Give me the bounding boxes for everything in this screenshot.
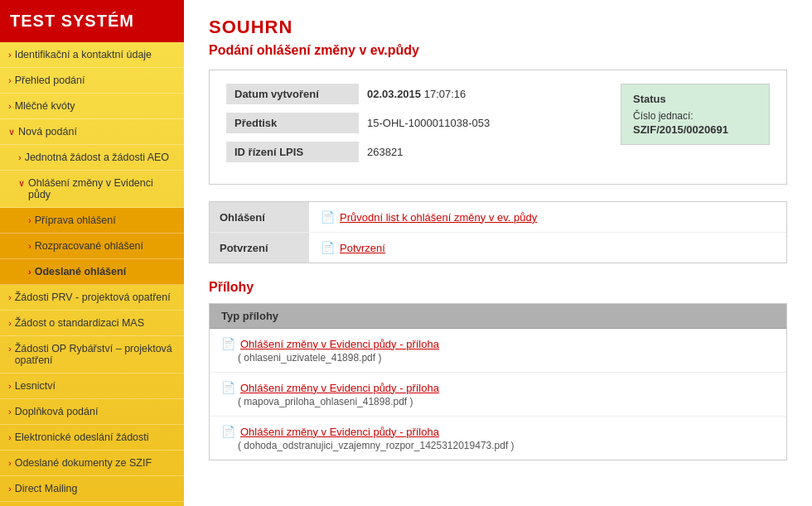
sidebar-item-label: Direct Mailing [15,483,78,494]
chevron-right-icon: › [8,318,12,328]
attachment-item: 📄 Ohlášení změny v Evidenci půdy - přílo… [210,417,786,460]
ohlaseni-label: Ohlášení [210,202,309,232]
cislo-jednaci-value: SZIF/2015/0020691 [633,123,757,136]
datum-row: Datum vytvoření 02.03.2015 17:07:16 [226,84,587,104]
sidebar-item-label: Jednotná žádost a žádosti AEO [25,152,169,163]
sidebar-item-label: Lesnictví [15,380,56,392]
attachments-header: Typ přílohy [210,304,786,329]
id-rizeni-value: 263821 [359,142,411,162]
sidebar-item-zadosti-op-rybarstvi[interactable]: › Žádosti OP Rybářství – projektová opat… [0,336,184,373]
sidebar-item-direct-mailing[interactable]: › Direct Mailing [0,476,184,502]
attachment-filename-1: ( mapova_priloha_ohlaseni_41898.pdf ) [221,396,775,407]
attachment-link-1: 📄 Ohlášení změny v Evidenci půdy - přílo… [221,381,775,394]
chevron-right-icon: › [8,50,12,60]
potvrzeni-label: Potvrzení [210,233,309,263]
potvrzeni-link[interactable]: Potvrzení [340,242,385,254]
attachment-item: 📄 Ohlášení změny v Evidenci půdy - přílo… [210,373,786,417]
ohlaseni-row: Ohlášení 📄 Průvodní list k ohlášení změn… [210,202,786,233]
pdf-icon: 📄 [221,425,235,438]
chevron-down-icon: ∨ [8,127,15,137]
sidebar-item-label: Ohlášení změny v Evidenci půdy [28,177,174,200]
attachment-link-0-text[interactable]: Ohlášení změny v Evidenci půdy - příloha [240,338,439,350]
sidebar-item-identifikacni[interactable]: › Identifikační a kontaktní údaje [0,42,184,68]
sidebar-item-label: Rozpracované ohlášení [35,240,143,252]
potvrzeni-row: Potvrzení 📄 Potvrzení [210,233,786,263]
status-title: Status [633,93,757,105]
sidebar-item-odeslane-ohlaseni[interactable]: › Odeslané ohlášení [0,259,184,285]
chevron-right-icon: › [8,101,12,111]
predtisk-row: Předtisk 15-OHL-1000011038-053 [226,113,587,133]
sidebar-header: TEST SYSTÉM [0,0,184,42]
sidebar-item-label: Odeslané dokumenty ze SZIF [15,457,152,469]
ohlaseni-link[interactable]: Průvodní list k ohlášení změny v ev. půd… [340,211,537,224]
main-content: SOUHRN Podání ohlášení změny v ev.půdy D… [184,0,812,506]
sidebar-item-mlecne-kvoty[interactable]: › Mléčné kvóty [0,94,184,119]
attachments-title: Přílohy [209,280,787,295]
attachment-filename-0: ( ohlaseni_uzivatele_41898.pdf ) [221,352,775,364]
status-box: Status Číslo jednací: SZIF/2015/0020691 [621,84,770,145]
chevron-right-icon: › [8,75,12,85]
datum-value: 02.03.2015 17:07:16 [359,84,474,104]
cislo-jednaci-label: Číslo jednací: [633,110,757,122]
sidebar-item-label: Žádosti PRV - projektová opatření [15,292,171,303]
sidebar-item-zadosti-prv[interactable]: › Žádosti PRV - projektová opatření [0,285,184,311]
chevron-right-icon: › [8,292,12,302]
predtisk-value: 15-OHL-1000011038-053 [359,113,498,133]
sidebar-item-jednotna-zadost[interactable]: › Jednotná žádost a žádosti AEO [0,145,184,171]
sidebar-item-label: Příprava ohlášení [35,214,116,226]
sidebar-item-priprava-ohlaseni[interactable]: › Příprava ohlášení [0,208,184,234]
attachments-table: Typ přílohy 📄 Ohlášení změny v Evidenci … [209,303,787,460]
chevron-right-icon: › [8,484,12,494]
sidebar-item-ohlaseni-zmeny[interactable]: ∨ Ohlášení změny v Evidenci půdy [0,171,184,208]
sidebar-item-label: Elektronické odeslání žádosti [15,431,149,443]
pdf-icon: 📄 [221,337,235,350]
sidebar-item-label: Žádost o standardizaci MAS [15,317,144,329]
attachment-link-1-text[interactable]: Ohlášení změny v Evidenci půdy - příloha [240,382,439,394]
chevron-down-icon: ∨ [18,178,25,189]
sidebar: TEST SYSTÉM › Identifikační a kontaktní … [0,0,184,506]
sidebar-item-nova-podani[interactable]: ∨ Nová podání [0,119,184,145]
attachment-filename-2: ( dohoda_odstranujici_vzajemny_rozpor_14… [221,440,775,451]
chevron-right-icon: › [8,381,12,391]
attachment-link-2: 📄 Ohlášení změny v Evidenci půdy - přílo… [221,425,775,438]
sidebar-item-label: Odeslané ohlášení [35,266,126,277]
sidebar-item-elektronicke-odesilani[interactable]: › Elektronické odeslání žádosti [0,425,184,451]
sidebar-item-odeslane-dokumenty[interactable]: › Odeslané dokumenty ze SZIF [0,451,184,476]
sidebar-item-label: Identifikační a kontaktní údaje [15,49,152,60]
chevron-right-icon: › [28,215,31,225]
documents-section: Ohlášení 📄 Průvodní list k ohlášení změn… [209,201,787,263]
detail-card: Datum vytvoření 02.03.2015 17:07:16 Před… [209,70,787,185]
pdf-icon: 📄 [321,210,335,224]
chevron-right-icon: › [18,152,22,162]
sidebar-item-label: Mléčné kvóty [15,100,75,112]
chevron-right-icon: › [8,407,12,417]
sidebar-item-doplnkova-podani[interactable]: › Doplňková podání [0,399,184,425]
potvrzeni-link-cell: 📄 Potvrzení [309,233,397,263]
page-title: SOUHRN [209,17,787,38]
chevron-right-icon: › [28,241,31,251]
sidebar-item-zadost-standardizaci[interactable]: › Žádost o standardizaci MAS [0,311,184,336]
sidebar-item-label: Žádosti OP Rybářství – projektová opatře… [15,343,174,366]
chevron-right-icon: › [8,432,12,442]
attachment-link-0: 📄 Ohlášení změny v Evidenci půdy - přílo… [221,337,775,350]
attachment-link-2-text[interactable]: Ohlášení změny v Evidenci půdy - příloha [240,426,439,438]
datum-label: Datum vytvoření [226,84,359,104]
sidebar-item-label: Doplňková podání [15,406,99,417]
sidebar-item-prehled-podani[interactable]: › Přehled podání [0,68,184,94]
sidebar-item-rozpracovane-ohlaseni[interactable]: › Rozpracované ohlášení [0,234,184,259]
predtisk-label: Předtisk [226,113,359,133]
chevron-right-icon: › [28,267,31,277]
chevron-right-icon: › [8,344,12,354]
id-rizeni-label: ID řízení LPIS [226,142,359,162]
sidebar-item-label: Přehled podání [15,75,85,86]
section-title: Podání ohlášení změny v ev.půdy [209,43,787,58]
pdf-icon: 📄 [321,241,335,254]
sidebar-item-label: Nová podání [18,126,77,137]
sidebar-item-lesnictvi[interactable]: › Lesnictví [0,373,184,399]
ohlaseni-link-cell: 📄 Průvodní list k ohlášení změny v ev. p… [309,202,549,232]
id-rizeni-row: ID řízení LPIS 263821 [226,142,587,162]
chevron-right-icon: › [8,458,12,468]
pdf-icon: 📄 [221,381,235,394]
detail-fields: Datum vytvoření 02.03.2015 17:07:16 Před… [226,84,587,171]
attachment-item: 📄 Ohlášení změny v Evidenci půdy - přílo… [210,329,786,373]
